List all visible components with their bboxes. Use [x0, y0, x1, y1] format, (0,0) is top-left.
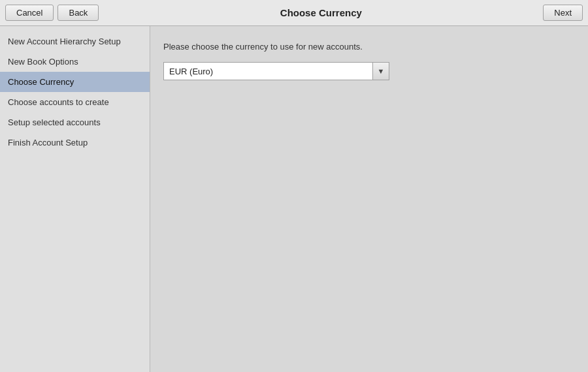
sidebar-item-new-account-hierarchy[interactable]: New Account Hierarchy Setup — [0, 31, 150, 52]
sidebar: New Account Hierarchy Setup New Book Opt… — [0, 26, 150, 372]
content-description: Please choose the currency to use for ne… — [163, 42, 575, 52]
sidebar-item-choose-currency[interactable]: Choose Currency — [0, 72, 150, 92]
toolbar: Cancel Back Choose Currency Next — [0, 0, 588, 26]
main-layout: New Account Hierarchy Setup New Book Opt… — [0, 26, 588, 372]
sidebar-item-new-book-options[interactable]: New Book Options — [0, 52, 150, 72]
toolbar-left: Cancel Back — [5, 5, 99, 21]
toolbar-title: Choose Currency — [280, 7, 362, 18]
back-button[interactable]: Back — [57, 5, 99, 21]
cancel-button[interactable]: Cancel — [5, 5, 54, 21]
sidebar-item-choose-accounts[interactable]: Choose accounts to create — [0, 92, 150, 112]
currency-selector-row: ▼ — [163, 62, 575, 80]
sidebar-item-finish-setup[interactable]: Finish Account Setup — [0, 132, 150, 153]
next-button[interactable]: Next — [543, 5, 583, 21]
toolbar-right: Next — [543, 5, 583, 21]
currency-dropdown-button[interactable]: ▼ — [372, 62, 389, 80]
content-area: Please choose the currency to use for ne… — [150, 26, 588, 372]
chevron-down-icon: ▼ — [378, 67, 385, 75]
sidebar-item-setup-accounts[interactable]: Setup selected accounts — [0, 112, 150, 132]
currency-input[interactable] — [163, 62, 372, 80]
